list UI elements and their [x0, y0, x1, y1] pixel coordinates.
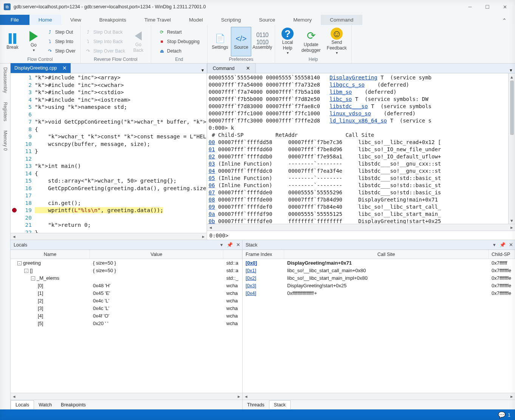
bottom-tab-watch[interactable]: Watch	[34, 401, 56, 409]
go-back-button[interactable]: Go Back	[128, 27, 148, 56]
update-debugger-button[interactable]: ⟳Update debugger	[298, 27, 323, 56]
step-into-button[interactable]: ⤵Step Into	[45, 37, 78, 46]
feedback-count: 1	[508, 412, 510, 418]
stack-row[interactable]: [0x4]0xffffffffffffffff!+0x7fffffffe	[243, 289, 515, 297]
stack-header: Stack ▾ 📌 ✕	[243, 240, 515, 250]
command-menu-icon[interactable]: ▾	[507, 67, 515, 73]
source-pref-button[interactable]: </>Source	[231, 27, 251, 56]
command-vscroll[interactable]: ▴▾	[508, 73, 515, 224]
locals-bottom-tabs: Locals Watch Breakpoints	[11, 400, 242, 409]
locals-row[interactable]: [4]0x4f 'O'wcha	[11, 312, 242, 319]
source-gutter: 1234567891011121314151617181920212223	[11, 73, 35, 233]
command-output[interactable]: 00005555`55554000 00005555`55558140 Disp…	[207, 73, 508, 224]
stack-close-icon[interactable]: ✕	[507, 241, 515, 249]
bottom-tab-threads[interactable]: Threads	[243, 401, 269, 409]
locals-row[interactable]: -greeting{ size=50 }std::a	[11, 259, 242, 267]
stack-row[interactable]: [0x3]DisplayGreeting!start+0x250x7ffffff…	[243, 282, 515, 289]
local-help-button[interactable]: ?Local Help	[277, 27, 298, 56]
detach-icon: ⏏	[159, 48, 165, 54]
ribbon-tab-memory[interactable]: Memory	[284, 15, 321, 25]
source-code[interactable]: "k">#include "inc"><array>"k">#include "…	[35, 73, 207, 233]
stack-row[interactable]: [0x0]DisplayGreeting!main+0x710x7ffffff	[243, 259, 515, 267]
feedback-icon: ☺	[331, 28, 343, 40]
help-icon: ?	[281, 28, 294, 40]
side-tab-memory[interactable]: Memory 0	[2, 129, 9, 152]
step-over-back-icon: ↷	[85, 48, 91, 54]
locals-row[interactable]: [1]0x45 'E'wcha	[11, 289, 242, 297]
minimize-button[interactable]: ─	[461, 1, 479, 13]
ribbon-tab-scripting[interactable]: Scripting	[212, 15, 250, 25]
step-into-back-button[interactable]: ⤵Step Into Back	[83, 37, 127, 46]
locals-grid[interactable]: -greeting{ size=50 }std::a-[]{ size=50 }…	[11, 259, 242, 393]
source-menu-icon[interactable]: ▾	[198, 67, 207, 73]
ribbon-tab-breakpoints[interactable]: Breakpoints	[90, 15, 135, 25]
locals-hscroll[interactable]: ◂▸	[11, 393, 242, 400]
ribbon-tab-home[interactable]: Home	[29, 15, 61, 25]
source-file-tab[interactable]: DisplayGreeting.cpp✕	[11, 63, 71, 73]
bottom-tab-stack[interactable]: Stack	[269, 400, 291, 409]
source-hscroll[interactable]: ◂▸	[11, 233, 207, 240]
restart-icon: ⟳	[159, 29, 165, 35]
stack-columns: Frame Index Call Site Child-SP	[243, 250, 515, 259]
stack-hscroll[interactable]: ◂▸	[243, 393, 515, 400]
title-bar: ⧉ gdb:server=localhost,port=1234 - gdb:s…	[0, 0, 515, 14]
restart-button[interactable]: ⟳Restart	[156, 28, 202, 37]
step-out-back-icon: ⤴	[85, 29, 91, 35]
locals-dropdown-icon[interactable]: ▾	[217, 241, 226, 249]
go-button[interactable]: Go	[23, 27, 44, 56]
ribbon-tab-source[interactable]: Source	[250, 15, 284, 25]
stack-row[interactable]: [0x1]libc_so!__libc_start_call_main+0x80…	[243, 267, 515, 274]
ribbon-tab-file[interactable]: File	[0, 15, 29, 25]
locals-pin-icon[interactable]: 📌	[226, 241, 234, 249]
maximize-button[interactable]: ☐	[479, 1, 496, 13]
assembly-icon: 01101010	[256, 33, 268, 45]
step-into-back-icon: ⤵	[85, 39, 91, 45]
locals-row[interactable]: [3]0x4c 'L'wcha	[11, 304, 242, 312]
side-tab-disassembly[interactable]: Disassembly	[2, 66, 9, 95]
command-hscroll[interactable]: ◂▸	[207, 224, 515, 231]
step-out-button[interactable]: ⤴Step Out	[45, 28, 78, 37]
locals-close-icon[interactable]: ✕	[234, 241, 242, 249]
stack-dropdown-icon[interactable]: ▾	[490, 241, 498, 249]
side-tab-registers[interactable]: Registers	[2, 101, 9, 123]
ribbon-tab-command[interactable]: Command	[321, 15, 362, 25]
locals-columns: Name Value	[11, 250, 242, 259]
command-input[interactable]	[232, 232, 515, 239]
stack-row[interactable]: [0x2]libc_so!__libc_start_main_impl+0x80…	[243, 274, 515, 282]
locals-row[interactable]: [2]0x4c 'L'wcha	[11, 297, 242, 304]
stack-pin-icon[interactable]: 📌	[498, 241, 507, 249]
break-button[interactable]: Break	[2, 27, 23, 56]
locals-row[interactable]: -_M_elemsstd::_	[11, 274, 242, 282]
ribbon-tab-view[interactable]: View	[61, 15, 90, 25]
settings-button[interactable]: 📄Settings	[210, 27, 230, 56]
close-tab-icon[interactable]: ✕	[62, 65, 67, 71]
stack-grid[interactable]: [0x0]DisplayGreeting!main+0x710x7ffffff[…	[243, 259, 515, 393]
settings-icon: 📄	[214, 33, 226, 45]
bottom-tab-locals[interactable]: Locals	[11, 400, 34, 409]
locals-row[interactable]: -[]{ size=50 }std::a	[11, 267, 242, 274]
left-sidebar: Disassembly Registers Memory 0	[0, 64, 11, 409]
stop-debugging-button[interactable]: ■Stop Debugging	[156, 37, 202, 46]
bottom-tab-breakpoints[interactable]: Breakpoints	[56, 401, 90, 409]
step-into-icon: ⤵	[47, 39, 53, 45]
send-feedback-button[interactable]: ☺Send Feedback	[324, 27, 349, 56]
detach-button[interactable]: ⏏Detach	[156, 46, 202, 56]
step-out-icon: ⤴	[47, 29, 53, 35]
assembly-pref-button[interactable]: 01101010Assembly	[252, 27, 272, 56]
close-cmd-tab-icon[interactable]: ✕	[246, 65, 250, 71]
step-out-back-button[interactable]: ⤴Step Out Back	[83, 28, 127, 37]
ribbon-tab-model[interactable]: Model	[180, 15, 212, 25]
ribbon-collapse-icon[interactable]: ⌃	[498, 16, 511, 25]
locals-header: Locals ▾ 📌 ✕	[11, 240, 242, 250]
close-button[interactable]: ✕	[496, 1, 513, 13]
feedback-status-icon[interactable]: 💬	[498, 411, 506, 418]
stack-bottom-tabs: Threads Stack	[243, 400, 515, 409]
ribbon-tab-timetravel[interactable]: Time Travel	[135, 15, 180, 25]
locals-row[interactable]: [5]0x20 ' 'wcha	[11, 319, 242, 327]
command-tab[interactable]: Command✕	[207, 63, 256, 73]
locals-row[interactable]: [0]0x48 'H'wcha	[11, 282, 242, 289]
command-tab-bar: Command✕ ▾	[207, 64, 515, 73]
step-over-button[interactable]: ↷Step Over	[45, 46, 78, 56]
update-icon: ⟳	[305, 30, 317, 42]
step-over-back-button[interactable]: ↷Step Over Back	[83, 46, 127, 56]
